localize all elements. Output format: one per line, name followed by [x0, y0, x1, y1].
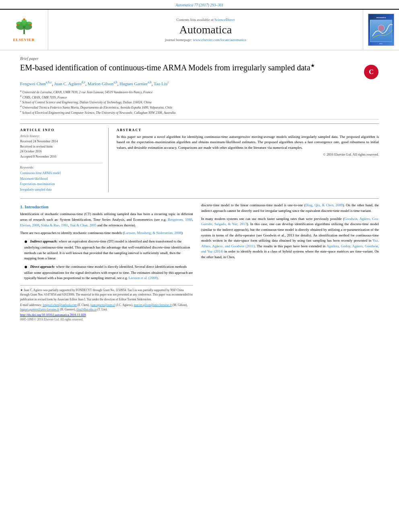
body-right-column: discrete-time model to the linear contin…	[201, 203, 379, 321]
elsevier-tree-icon	[12, 18, 36, 37]
affil-e: e School of Electrical Engineering and C…	[20, 110, 379, 115]
citation-text: Automatica 77 (2017) 293–301	[175, 3, 223, 7]
keywords-section: Keywords: Continuous-time ARMA model Max…	[20, 163, 102, 192]
journal-homepage: journal homepage: www.elsevier.com/locat…	[165, 38, 246, 42]
doi-link: http://dx.doi.org/10.1016/j.automatica.2…	[20, 313, 193, 317]
email-tao[interactable]: tliu@dlut.edu.cn	[76, 308, 97, 311]
journal-cover-area: automatica IFAC	[363, 10, 399, 50]
affil-b: b CNRS, CRAN, UMR 7039, France	[20, 94, 379, 100]
affil-d: d Universidad Técnica Federico Santa Mar…	[20, 105, 379, 110]
keyword-4: Irregularly sampled data	[20, 187, 102, 193]
info-abstract-section: ARTICLE INFO Article history: Received 2…	[20, 123, 379, 193]
doi-anchor[interactable]: http://dx.doi.org/10.1016/j.automatica.2…	[20, 313, 86, 317]
svg-point-11	[378, 25, 385, 31]
article-info-header: ARTICLE INFO	[20, 128, 102, 132]
keyword-2: Maximum-likelihood	[20, 176, 102, 182]
article-info-column: ARTICLE INFO Article history: Received 2…	[20, 128, 109, 193]
svg-text:C: C	[369, 68, 374, 75]
author-hugues-garnier[interactable]: Hugues Garnier	[119, 81, 148, 86]
keyword-1: Continuous-time ARMA model	[20, 170, 102, 176]
journal-homepage-link[interactable]: www.elsevier.com/locate/automatica	[193, 38, 246, 42]
abstract-text: In this paper we present a novel algorit…	[117, 134, 379, 151]
journal-header: ELSEVIER Contents lists available at Sci…	[0, 9, 399, 50]
body-content: 1. Introduction Identification of stocha…	[20, 198, 379, 321]
main-content-area: Brief paper EM-based identification of c…	[0, 50, 399, 327]
issn-copyright: 0005-1098/© 2016 Elsevier Ltd. All right…	[20, 318, 193, 321]
svg-point-9	[23, 18, 25, 21]
body-left-column: 1. Introduction Identification of stocha…	[20, 203, 193, 321]
history-label: Article history:	[20, 134, 102, 138]
author-marion-gilson[interactable]: Marion Gilson	[88, 81, 113, 86]
intro-section-title: 1. Introduction	[20, 204, 193, 209]
ref-ding-qiu-chen[interactable]: Ding, Qiu, & Chen, 2009	[305, 203, 343, 207]
ref-sinha-rao[interactable]: Sinha & Rao, 1991	[41, 223, 68, 227]
bullet-dot-1: ●	[24, 238, 27, 244]
email-juan[interactable]: juan.aguero@usm.cl	[90, 303, 115, 307]
author-fengwei-chen[interactable]: Fengwei Chen	[20, 81, 46, 86]
footnote-area: ★ Juan C. Agüero was partially supported…	[20, 285, 193, 321]
journal-cover-image: automatica IFAC	[368, 14, 394, 46]
elsevier-logo-area: ELSEVIER	[0, 10, 48, 50]
journal-title: Automatica	[179, 23, 232, 36]
email-fengwei[interactable]: fengwei.chen@outlook.com	[43, 303, 77, 307]
article-type-label: Brief paper	[20, 56, 379, 61]
ref-larsson-mossberg[interactable]: Larsson, Mossberg, & Söderström, 2008	[124, 231, 181, 235]
ref-larsson-et-al[interactable]: Larsson et al. (2008)	[129, 276, 158, 280]
paper-title: EM-based identification of continuous-ti…	[20, 62, 315, 73]
keyword-3: Expectation–maximization	[20, 181, 102, 187]
keywords-list: Continuous-time ARMA model Maximum-likel…	[20, 170, 102, 192]
abstract-column: ABSTRACT In this paper we present a nove…	[117, 128, 379, 193]
bullet-indirect-header: Indirect approach:	[30, 239, 58, 243]
ref-bergstrom[interactable]: Bergstrom, 1988	[168, 218, 192, 222]
sciencedirect-link[interactable]: ScienceDirect	[214, 18, 234, 22]
ref-tsai-chan[interactable]: Tsai & Chan, 2005	[70, 223, 97, 227]
email-marion[interactable]: marion.gilson@univ-lorraine.fr	[134, 303, 172, 307]
affiliations-section: a Université de Lorraine, CRAN, UMR 7039…	[20, 89, 379, 119]
ref-elerian[interactable]: Elerian, 2008	[20, 223, 39, 227]
title-area: EM-based identification of continuous-ti…	[20, 62, 379, 80]
bullet-dot-2: ●	[24, 264, 27, 270]
intro-para1: Identification of stochastic continuous-…	[20, 212, 193, 228]
crossmark-badge: C	[364, 64, 379, 80]
abstract-header: ABSTRACT	[117, 128, 379, 132]
contents-available-text: Contents lists available at ScienceDirec…	[177, 18, 235, 22]
keywords-label: Keywords:	[20, 166, 102, 169]
author-juan-aguero[interactable]: Juan C. Agüero	[54, 81, 81, 86]
intro-para2: There are two approaches to identify sto…	[20, 230, 193, 236]
bullet-indirect: ● Indirect approach: where an equivalent…	[24, 238, 193, 261]
article-history: Received 24 November 2014 Received in re…	[20, 139, 102, 160]
footnote-emails: E-mail addresses: fengwei.chen@outlook.c…	[20, 303, 193, 312]
email-hugues[interactable]: hugues.garnier@univ-lorraine.fr	[20, 308, 59, 311]
svg-point-7	[16, 24, 19, 26]
bullet-direct: ● Direct approach: where the continuous-…	[24, 264, 193, 281]
svg-rect-0	[23, 29, 25, 34]
right-para1: discrete-time model to the linear contin…	[201, 203, 379, 214]
elsevier-logo: ELSEVIER	[12, 18, 36, 42]
bullet-direct-header: Direct approach:	[30, 265, 55, 269]
author-tao-liu[interactable]: Tao Liu	[154, 81, 167, 86]
ref-goodwin-aguero[interactable]: Goodwin, Agüero, Cea-Garrido, Salgado, &…	[201, 217, 379, 226]
citation-bar: Automatica 77 (2017) 293–301	[0, 0, 399, 9]
affil-a: a Université de Lorraine, CRAN, UMR 7039…	[20, 89, 379, 94]
journal-info-center: Contents lists available at ScienceDirec…	[48, 10, 363, 50]
svg-point-8	[29, 24, 31, 26]
abstract-copyright: © 2016 Elsevier Ltd. All rights reserved…	[117, 152, 379, 156]
affil-c: c School of Control Science and Engineer…	[20, 99, 379, 105]
elsevier-text: ELSEVIER	[13, 38, 35, 42]
footnote-star: ★ Juan C. Agüero was partially supported…	[20, 288, 193, 302]
authors-line: Fengwei Chena,b,c, Juan C. Agüerod,e, Ma…	[20, 80, 379, 86]
right-para2: In many modern systems one can use much …	[201, 216, 379, 260]
